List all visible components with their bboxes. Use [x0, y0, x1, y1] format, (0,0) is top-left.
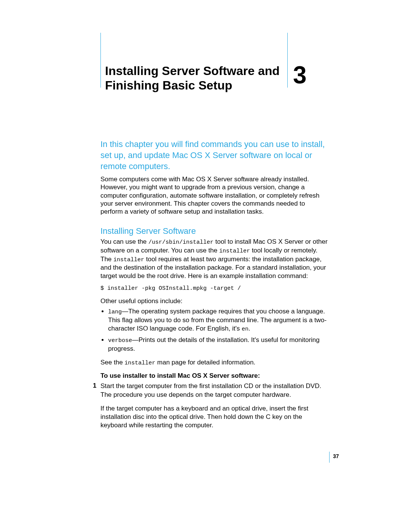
code-en: en — [242, 326, 249, 332]
code-installer-2: installer — [113, 257, 144, 263]
text: —The operating system package requires t… — [108, 308, 327, 332]
example-command: $ installer -pkg OSInstall.mpkg -target … — [100, 285, 329, 292]
document-page: Installing Server Software and Finishing… — [0, 0, 411, 532]
option-verbose: verbose—Prints out the details of the in… — [108, 336, 329, 353]
page-number-rule — [329, 452, 330, 463]
code-lang: lang — [108, 309, 122, 315]
howto-heading: To use installer to install Mac OS X Ser… — [100, 372, 329, 380]
text: —Prints out the details of the installat… — [108, 336, 320, 352]
text: . — [249, 325, 250, 332]
text: You can use the — [100, 238, 148, 245]
installer-tool-paragraph: You can use the /usr/sbin/installer tool… — [100, 238, 329, 280]
chapter-title: Installing Server Software and Finishing… — [105, 64, 280, 93]
chapter-number: 3 — [293, 61, 307, 89]
chapter-rule-right — [287, 33, 288, 88]
options-list: lang—The operating system package requir… — [100, 307, 329, 353]
options-lead: Other useful options include: — [100, 297, 329, 305]
text: man page for detailed information. — [155, 359, 255, 366]
code-installer-path: /usr/sbin/installer — [148, 239, 213, 246]
page-number: 37 — [333, 453, 339, 459]
step-1-text: Start the target computer from the first… — [100, 382, 329, 399]
step-1b-text: If the target computer has a keyboard an… — [100, 404, 329, 430]
see-manpage-paragraph: See the installer man page for detailed … — [100, 358, 329, 367]
code-installer: installer — [219, 248, 250, 254]
section-heading-installing: Installing Server Software — [100, 226, 329, 236]
code-verbose: verbose — [108, 337, 132, 344]
text: See the — [100, 359, 124, 366]
chapter-rule-left — [100, 33, 101, 88]
chapter-intro: In this chapter you will find commands y… — [100, 139, 329, 172]
code-installer-man: installer — [124, 360, 155, 366]
overview-paragraph: Some computers come with Mac OS X Server… — [100, 175, 329, 216]
option-lang: lang—The operating system package requir… — [108, 307, 329, 333]
step-1: 1 Start the target computer from the fir… — [100, 382, 329, 429]
step-number-1: 1 — [93, 382, 96, 390]
